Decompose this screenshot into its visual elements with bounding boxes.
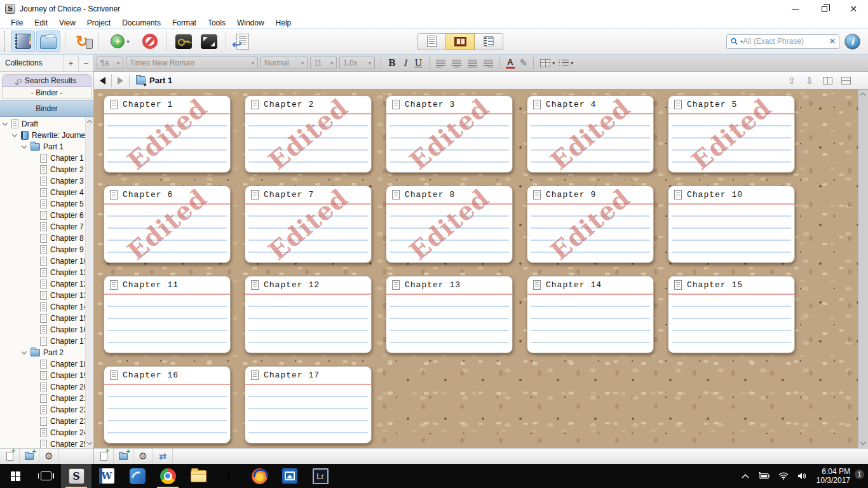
view-mode-outliner-button[interactable] xyxy=(475,33,503,50)
taskbar-app-chrome[interactable] xyxy=(153,464,183,488)
add-document-button[interactable] xyxy=(0,449,20,464)
corkboard-settings-button[interactable]: ⚙ xyxy=(133,449,153,464)
index-card[interactable]: Chapter 11 xyxy=(104,276,231,353)
binder-settings-button[interactable]: ⚙ xyxy=(39,449,59,464)
binder-item[interactable]: Chapter 20 xyxy=(0,381,85,393)
binder-item[interactable]: Part 1 xyxy=(0,141,85,152)
taskbar-app-word[interactable]: W xyxy=(92,464,122,488)
taskbar-app-f-app[interactable]: f xyxy=(214,464,244,488)
underline-button[interactable]: U xyxy=(410,58,426,68)
binder-item[interactable]: Chapter 12 xyxy=(0,278,85,290)
font-size-dropdown[interactable]: 11▾ xyxy=(310,57,337,69)
binder-item[interactable]: Chapter 11 xyxy=(0,267,85,278)
taskbar-app-lightroom[interactable]: Lr xyxy=(305,464,336,488)
binder-item[interactable]: Rewrite: Journe... xyxy=(0,130,85,141)
binder-item[interactable]: Chapter 15 xyxy=(0,313,85,324)
split-horizontal-button[interactable] xyxy=(841,77,851,85)
menu-tools[interactable]: Tools xyxy=(202,18,231,28)
binder-item[interactable]: Chapter 7 xyxy=(0,221,85,233)
project-search-box[interactable]: ▾ ✕ xyxy=(726,34,839,49)
binder-item[interactable]: Chapter 6 xyxy=(0,210,85,221)
binder-item[interactable]: Chapter 13 xyxy=(0,290,85,301)
list-button[interactable] xyxy=(559,59,569,67)
sidebar-reveal-up-button[interactable]: ⇧ xyxy=(783,75,801,86)
battery-status-button[interactable] xyxy=(754,472,774,480)
split-vertical-button[interactable] xyxy=(823,77,832,85)
align-justify-button[interactable] xyxy=(468,60,477,67)
scroll-down-icon[interactable] xyxy=(87,440,92,445)
list-caret[interactable]: ▾ xyxy=(571,60,573,66)
align-right-button[interactable] xyxy=(484,60,493,67)
menu-documents[interactable]: Documents xyxy=(116,18,166,28)
expand-chevron-icon[interactable] xyxy=(12,132,17,137)
binder-scrollbar[interactable] xyxy=(85,117,93,448)
menu-file[interactable]: File xyxy=(5,18,29,28)
wifi-status-button[interactable] xyxy=(774,472,793,480)
binder-item[interactable]: Chapter 21 xyxy=(0,393,85,404)
style-preset-dropdown[interactable]: ¶a▾ xyxy=(97,57,123,69)
binder-item[interactable]: Chapter 17 xyxy=(0,336,85,347)
add-dropdown-caret[interactable]: ▾ xyxy=(126,39,129,44)
tab-binder-collection[interactable]: - Binder - xyxy=(2,87,92,99)
expand-chevron-icon[interactable] xyxy=(3,120,8,125)
editor-header-title[interactable]: Part 1 xyxy=(149,76,172,85)
scroll-up-icon[interactable] xyxy=(87,120,92,125)
binder-item[interactable]: Chapter 14 xyxy=(0,301,85,313)
sidebar-reveal-down-button[interactable]: ⇩ xyxy=(801,75,818,86)
binder-toggle-button[interactable] xyxy=(11,30,35,52)
add-folder-button[interactable] xyxy=(114,449,133,464)
align-center-button[interactable] xyxy=(452,60,461,67)
index-card[interactable]: Chapter 16 xyxy=(104,366,231,444)
close-button[interactable]: ✕ xyxy=(839,0,868,18)
nav-forward-button[interactable] xyxy=(112,72,129,89)
index-card[interactable]: Chapter 8Edited xyxy=(386,186,513,263)
minimize-button[interactable] xyxy=(780,0,810,18)
scroll-up-icon[interactable] xyxy=(860,93,865,98)
volume-button[interactable] xyxy=(793,472,811,480)
binder-item[interactable]: Chapter 3 xyxy=(0,175,85,187)
menu-format[interactable]: Format xyxy=(166,18,202,28)
start-button[interactable] xyxy=(0,464,31,488)
menu-window[interactable]: Window xyxy=(231,18,270,28)
taskbar-app-audacity[interactable] xyxy=(244,464,275,488)
binder-item[interactable]: Chapter 16 xyxy=(0,324,85,336)
binder-item[interactable]: Chapter 8 xyxy=(0,233,85,244)
tab-search-results[interactable]: Search Results xyxy=(2,74,92,87)
collections-toggle-button[interactable] xyxy=(36,30,60,52)
corkboard-scrollbar[interactable] xyxy=(858,90,868,448)
binder-item[interactable]: Chapter 9 xyxy=(0,244,85,255)
highlight-button[interactable]: ✎ xyxy=(520,57,528,69)
expand-chevron-icon[interactable] xyxy=(22,143,27,148)
bold-button[interactable]: B xyxy=(384,58,400,68)
index-card[interactable]: Chapter 4Edited xyxy=(527,95,654,173)
index-card[interactable]: Chapter 5Edited xyxy=(668,95,795,173)
binder-item[interactable]: Chapter 22 xyxy=(0,404,85,416)
inspector-info-button[interactable]: i xyxy=(844,34,860,50)
table-button[interactable] xyxy=(540,59,550,67)
menu-help[interactable]: Help xyxy=(270,18,297,28)
move-to-trash-button[interactable] xyxy=(138,30,162,52)
taskbar-app-photos[interactable] xyxy=(275,464,305,488)
restore-button[interactable] xyxy=(810,0,839,18)
binder-item[interactable]: Chapter 1 xyxy=(0,152,85,164)
add-item-button[interactable]: +▾ xyxy=(104,30,137,52)
toolbar-drag-handle[interactable] xyxy=(4,31,7,51)
font-color-button[interactable]: A xyxy=(506,57,514,69)
paragraph-style-dropdown[interactable]: Normal▾ xyxy=(261,57,308,69)
binder-item[interactable]: Chapter 23 xyxy=(0,416,85,427)
taskbar-app-explorer[interactable] xyxy=(183,464,214,488)
add-folder-button[interactable] xyxy=(20,449,39,464)
binder-item[interactable]: Chapter 4 xyxy=(0,187,85,198)
corkboard-options-button[interactable]: ⇄ xyxy=(153,449,173,464)
index-card[interactable]: Chapter 7Edited xyxy=(245,186,372,263)
table-caret[interactable]: ▾ xyxy=(552,60,555,66)
taskbar-app-scrivener[interactable]: S xyxy=(61,464,92,488)
task-view-button[interactable] xyxy=(31,464,61,488)
compose-mode-button[interactable] xyxy=(197,30,221,52)
binder-item[interactable]: Draft xyxy=(0,118,85,130)
index-card[interactable]: Chapter 15 xyxy=(668,276,795,353)
view-mode-scrivenings-button[interactable] xyxy=(417,33,446,50)
binder-item[interactable]: Chapter 24 xyxy=(0,427,85,438)
index-card[interactable]: Chapter 10 xyxy=(668,186,795,263)
collection-remove-button[interactable]: − xyxy=(78,55,93,71)
